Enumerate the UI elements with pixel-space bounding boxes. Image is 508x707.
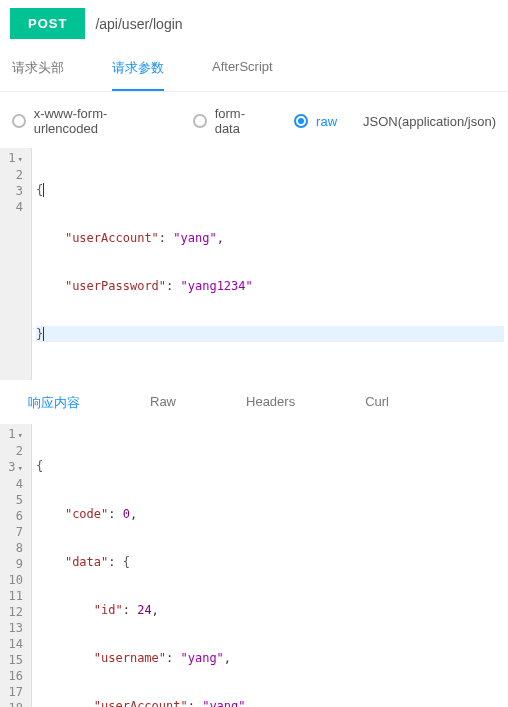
body-content-type[interactable]: JSON(application/json) xyxy=(363,114,496,129)
tab-after-script[interactable]: AfterScript xyxy=(212,47,273,91)
request-body-editor[interactable]: 1 2 3 4 { "userAccount": "yang", "userPa… xyxy=(0,148,508,380)
response-body-editor[interactable]: 1 2 3 4 5 6 7 8 9 10 11 12 13 14 15 16 1… xyxy=(0,424,508,707)
resp-tab-curl[interactable]: Curl xyxy=(365,394,389,412)
radio-formdata[interactable] xyxy=(193,114,207,128)
resp-tab-raw[interactable]: Raw xyxy=(150,394,176,412)
radio-urlencoded[interactable] xyxy=(12,114,26,128)
request-tabs: 请求头部 请求参数 AfterScript xyxy=(0,47,508,92)
response-gutter: 1 2 3 4 5 6 7 8 9 10 11 12 13 14 15 16 1… xyxy=(0,424,32,707)
resp-tab-headers[interactable]: Headers xyxy=(246,394,295,412)
url-input[interactable] xyxy=(85,9,496,39)
request-header: POST xyxy=(0,0,508,47)
request-gutter: 1 2 3 4 xyxy=(0,148,32,376)
tab-request-headers[interactable]: 请求头部 xyxy=(12,47,64,91)
http-method-button[interactable]: POST xyxy=(10,8,85,39)
label-raw[interactable]: raw xyxy=(316,114,337,129)
resp-tab-content[interactable]: 响应内容 xyxy=(28,394,80,412)
body-type-options: x-www-form-urlencoded form-data raw JSON… xyxy=(0,92,508,148)
label-urlencoded[interactable]: x-www-form-urlencoded xyxy=(34,106,167,136)
response-tabs: 响应内容 Raw Headers Curl xyxy=(0,380,508,424)
tab-request-params[interactable]: 请求参数 xyxy=(112,47,164,91)
radio-raw[interactable] xyxy=(294,114,308,128)
request-code[interactable]: { "userAccount": "yang", "userPassword":… xyxy=(32,148,508,376)
response-code[interactable]: { "code": 0, "data": { "id": 24, "userna… xyxy=(32,424,508,707)
label-formdata[interactable]: form-data xyxy=(215,106,269,136)
